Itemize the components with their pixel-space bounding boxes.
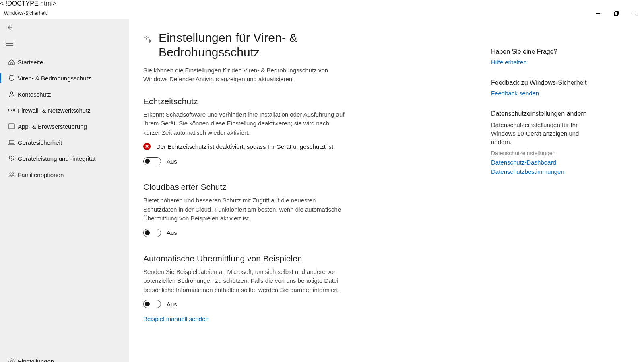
sidebar-settings[interactable]: Einstellungen: [0, 353, 129, 362]
sidebar-item-label: Kontoschutz: [18, 91, 51, 98]
feedback-link[interactable]: Feedback senden: [491, 90, 596, 97]
sidebar-item-signal[interactable]: Firewall- & Netzwerkschutz: [0, 102, 129, 118]
sample-title: Automatische Übermittlung von Beispielen: [143, 254, 345, 263]
section-cloud: Cloudbasierter Schutz Bietet höheren und…: [143, 182, 345, 237]
page-subtitle: Sie können die Einstellungen für den Vir…: [143, 66, 336, 84]
app-title: Windows-Sicherheit: [4, 10, 47, 16]
main-content: Einstellungen für Viren- & Bedrohungssch…: [129, 19, 491, 362]
sidebar: StartseiteViren- & BedrohungsschutzKonto…: [0, 19, 129, 362]
sidebar-item-heart[interactable]: Geräteleistung und -integrität: [0, 150, 129, 167]
sidebar-item-label: Firewall- & Netzwerkschutz: [18, 107, 91, 114]
laptop-icon: [6, 139, 18, 146]
sidebar-item-label: Geräteleistung und -integrität: [18, 155, 95, 162]
settings-gears-icon: [143, 35, 153, 44]
cloud-toggle[interactable]: [143, 229, 161, 237]
hamburger-icon: [6, 41, 13, 46]
signal-icon: [6, 107, 18, 114]
close-button[interactable]: [625, 7, 644, 19]
shield-icon: [6, 74, 18, 82]
privacy-settings-label: Datenschutzeinstellungen: [491, 150, 596, 156]
titlebar: Windows-Sicherheit: [0, 7, 644, 19]
svg-rect-3: [9, 124, 14, 129]
realtime-warning: ✕ Der Echtzeitschutz ist deaktiviert, so…: [143, 143, 345, 150]
sidebar-item-label: Viren- & Bedrohungsschutz: [18, 75, 91, 82]
sample-state: Aus: [167, 301, 177, 308]
feedback-title: Feedback zu Windows-Sicherheit: [491, 79, 596, 86]
privacy-desc: Datenschutzeinstellungen für Ihr Windows…: [491, 121, 596, 146]
sidebar-item-label: Familienoptionen: [18, 171, 64, 178]
heart-icon: [6, 155, 18, 162]
cloud-state: Aus: [167, 229, 177, 236]
realtime-title: Echtzeitschutz: [143, 97, 345, 106]
minimize-button[interactable]: [588, 7, 607, 19]
arrow-left-icon: [6, 24, 13, 31]
sidebar-item-label: App- & Browsersteuerung: [18, 123, 87, 130]
svg-rect-0: [614, 12, 617, 15]
realtime-desc: Erkennt Schadsoftware und verhindert ihr…: [143, 110, 345, 138]
cloud-title: Cloudbasierter Schutz: [143, 182, 345, 192]
person-icon: [6, 90, 18, 98]
sidebar-item-laptop[interactable]: Gerätesicherheit: [0, 134, 129, 150]
privacy-dashboard-link[interactable]: Datenschutz-Dashboard: [491, 159, 596, 166]
error-circle-icon: ✕: [143, 143, 151, 150]
gear-icon: [6, 358, 18, 362]
realtime-warning-text: Der Echtzeitschutz ist deaktiviert, soda…: [156, 143, 335, 150]
sidebar-item-label: Gerätesicherheit: [18, 139, 62, 146]
privacy-statement-link[interactable]: Datenschutzbestimmungen: [491, 168, 596, 175]
realtime-toggle[interactable]: [143, 157, 161, 165]
right-panel: Haben Sie eine Frage? Hilfe erhalten Fee…: [491, 19, 604, 362]
family-icon: [6, 171, 18, 178]
svg-point-5: [10, 173, 11, 174]
svg-rect-4: [9, 140, 14, 144]
svg-point-6: [12, 173, 14, 174]
sidebar-item-family[interactable]: Familienoptionen: [0, 167, 129, 183]
sample-desc: Senden Sie Beispieldateien an Microsoft,…: [143, 267, 345, 295]
section-sample: Automatische Übermittlung von Beispielen…: [143, 254, 345, 323]
svg-point-1: [10, 92, 13, 94]
sidebar-item-home[interactable]: Startseite: [0, 54, 129, 70]
sample-toggle[interactable]: [143, 300, 161, 308]
sample-manual-link[interactable]: Beispiel manuell senden: [143, 315, 209, 322]
sidebar-settings-label: Einstellungen: [18, 358, 54, 362]
sidebar-item-square[interactable]: App- & Browsersteuerung: [0, 118, 129, 134]
sidebar-item-label: Startseite: [18, 59, 43, 66]
home-icon: [6, 58, 18, 66]
sidebar-item-shield[interactable]: Viren- & Bedrohungsschutz: [0, 70, 129, 86]
privacy-title: Datenschutzeinstellungen ändern: [491, 110, 596, 117]
maximize-button[interactable]: [607, 7, 625, 19]
realtime-state: Aus: [167, 158, 177, 165]
svg-point-8: [146, 37, 147, 39]
sidebar-item-person[interactable]: Kontoschutz: [0, 86, 129, 102]
svg-point-9: [149, 40, 151, 42]
svg-point-7: [11, 360, 13, 362]
page-title: Einstellungen für Viren- & Bedrohungssch…: [159, 31, 352, 60]
back-button[interactable]: [0, 19, 19, 35]
svg-point-2: [11, 110, 12, 111]
cloud-desc: Bietet höheren und besseren Schutz mit Z…: [143, 196, 345, 223]
section-realtime: Echtzeitschutz Erkennt Schadsoftware und…: [143, 97, 345, 166]
help-title: Haben Sie eine Frage?: [491, 48, 596, 56]
menu-button[interactable]: [0, 35, 19, 51]
window-controls: [588, 7, 644, 19]
square-icon: [6, 123, 18, 130]
